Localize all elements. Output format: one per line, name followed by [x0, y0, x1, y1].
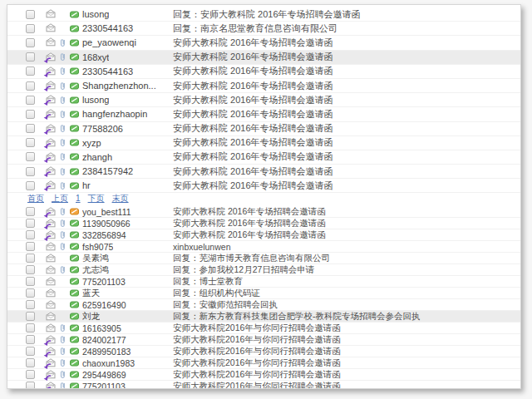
sender-name[interactable]: 2384157942	[82, 166, 133, 176]
sender-name[interactable]: 蓝天	[82, 288, 100, 299]
mail-row[interactable]: 刘龙 回复：新东方教育科技集团合肥学校-教科院专场招聘会参会回执	[7, 311, 520, 323]
mail-row[interactable]: 2330544163 安师大教科院 2016年专场招聘会邀请函	[7, 65, 520, 79]
sender-name[interactable]: 168xyt	[82, 52, 109, 62]
subject-text[interactable]: 回复：芜湖市博天教育信息咨询有限公司	[173, 253, 520, 264]
subject-text[interactable]: 安师大教科院2016年与你同行招聘会邀请函	[173, 357, 520, 369]
row-checkbox[interactable]	[26, 254, 35, 263]
subject-text[interactable]: 安师大教科院 2016年专场招聘会邀请函	[173, 229, 520, 241]
subject-text[interactable]: 安师大教科院2016年与你同行招聘会邀请函	[173, 369, 520, 381]
row-checkbox[interactable]	[26, 288, 35, 298]
sender-name[interactable]: 775201103	[82, 382, 126, 389]
subject-text[interactable]: 安师大教科院 2016年专场招聘会邀请函	[173, 37, 520, 49]
subject-text[interactable]: 回复：安师大教科院 2016年专场招聘会邀请函	[173, 8, 520, 21]
subject-text[interactable]: 安师大教科院 2016年专场招聘会邀请函	[173, 94, 520, 106]
pagination-link[interactable]: 末页	[112, 193, 129, 204]
subject-text[interactable]: 安师大教科院 2016年专场招聘会邀请函	[173, 108, 520, 121]
row-checkbox[interactable]	[26, 24, 35, 33]
row-checkbox[interactable]	[26, 110, 35, 119]
subject-text[interactable]: 安师大教科院 2016年专场招聘会邀请函	[173, 136, 520, 149]
row-checkbox[interactable]	[26, 124, 35, 133]
mail-row[interactable]: 625916490 回复：安徽师范招聘会回执	[7, 299, 520, 311]
mail-row[interactable]: lusong 回复：安师大教科院 2016年专场招聘会邀请函	[7, 7, 520, 22]
sender-name[interactable]: zhangh	[82, 152, 112, 162]
sender-name[interactable]: you_best111	[82, 207, 131, 217]
subject-text[interactable]: 安师大教科院 2016年专场招聘会邀请函	[173, 65, 520, 77]
subject-text[interactable]: 回复：南京名思堂教育信息咨询有限公司	[173, 22, 520, 35]
mail-row[interactable]: xyzp 安师大教科院 2016年专场招聘会邀请函	[7, 136, 520, 150]
row-checkbox[interactable]	[26, 335, 35, 344]
row-checkbox[interactable]	[26, 181, 35, 190]
row-checkbox[interactable]	[26, 312, 35, 321]
mail-row[interactable]: pe_yaowenqi 安师大教科院 2016年专场招聘会邀请函	[7, 36, 520, 50]
sender-name[interactable]: 尤志鸿	[82, 264, 109, 276]
row-checkbox[interactable]	[26, 265, 35, 274]
subject-text[interactable]: 回复：博士堂教育	[173, 276, 520, 288]
sender-name[interactable]: hr	[82, 180, 91, 190]
subject-text[interactable]: xinbxuelunwen	[173, 242, 520, 252]
row-checkbox[interactable]	[26, 358, 35, 367]
row-checkbox[interactable]	[26, 323, 35, 332]
subject-text[interactable]: 安师大教科院 2016年专场招聘会邀请函	[173, 80, 520, 92]
mail-row[interactable]: 蓝天 回复：组织机构代码证	[7, 288, 520, 299]
row-checkbox[interactable]	[26, 152, 35, 161]
sender-name[interactable]: 775201103	[82, 277, 126, 287]
pagination-link[interactable]: 下页	[88, 193, 105, 204]
row-checkbox[interactable]	[26, 38, 35, 47]
mail-row[interactable]: 168xyt 安师大教科院 2016年专场招聘会邀请函	[7, 51, 520, 65]
subject-text[interactable]: 安师大教科院 2016年专场招聘会邀请函	[173, 51, 520, 63]
subject-text[interactable]: 回复：参加我校12月27日招聘会申请	[173, 264, 520, 276]
pagination-link[interactable]: 1	[76, 194, 81, 203]
mail-row[interactable]: 16163905 安师大教科院2016年与你同行招聘会邀请函	[7, 323, 520, 334]
sender-name[interactable]: fsh9075	[82, 242, 113, 252]
sender-name[interactable]: 1139050966	[82, 219, 131, 229]
subject-text[interactable]: 安师大教科院 2016年专场招聘会邀请函	[173, 206, 520, 218]
pagination-link[interactable]: 首页	[27, 193, 44, 204]
sender-name[interactable]: xyzp	[82, 138, 101, 148]
mail-row[interactable]: 332856894 安师大教科院 2016年专场招聘会邀请函	[7, 229, 520, 241]
mail-row[interactable]: 尤志鸿 回复：参加我校12月27日招聘会申请	[7, 264, 520, 276]
sender-name[interactable]: chaoxun1983	[82, 358, 135, 368]
mail-row[interactable]: 吴素鸿 回复：芜湖市博天教育信息咨询有限公司	[7, 253, 520, 264]
mail-row[interactable]: zhangh 安师大教科院 2016年专场招聘会邀请函	[7, 150, 520, 165]
mail-row[interactable]: 295449869 安师大教科院2016年与你同行招聘会邀请函	[7, 369, 520, 381]
subject-text[interactable]: 安师大教科院2016年与你同行招聘会邀请函	[173, 323, 520, 334]
subject-text[interactable]: 安师大教科院 2016年专场招聘会邀请函	[173, 165, 520, 178]
row-checkbox[interactable]	[26, 277, 35, 286]
sender-name[interactable]: 2489950183	[82, 347, 131, 357]
row-checkbox[interactable]	[26, 242, 35, 251]
sender-name[interactable]: hangfenzhaopin	[82, 109, 147, 119]
subject-text[interactable]: 安师大教科院 2016年专场招聘会邀请函	[173, 180, 520, 192]
sender-name[interactable]: 295449869	[82, 370, 126, 380]
sender-name[interactable]: 77588206	[82, 124, 123, 134]
mail-row[interactable]: chaoxun1983 安师大教科院2016年与你同行招聘会邀请函	[7, 357, 520, 369]
subject-text[interactable]: 安师大教科院2016年与你同行招聘会邀请函	[173, 346, 520, 357]
row-checkbox[interactable]	[26, 10, 35, 19]
sender-name[interactable]: 332856894	[82, 230, 126, 240]
mail-row[interactable]: hr 安师大教科院 2016年专场招聘会邀请函	[7, 179, 520, 193]
row-checkbox[interactable]	[26, 96, 35, 105]
row-checkbox[interactable]	[26, 347, 35, 356]
sender-name[interactable]: lusong	[82, 95, 109, 105]
row-checkbox[interactable]	[26, 370, 35, 379]
pagination-link[interactable]: 上页	[52, 193, 68, 204]
mail-row[interactable]: lusong 安师大教科院 2016年专场招聘会邀请函	[7, 93, 520, 107]
subject-text[interactable]: 安师大教科院 2016年专场招聘会邀请函	[173, 150, 520, 163]
sender-name[interactable]: pe_yaowenqi	[82, 37, 136, 47]
row-checkbox[interactable]	[26, 66, 35, 76]
subject-text[interactable]: 安师大教科院 2016年专场招聘会邀请函	[173, 218, 520, 229]
row-checkbox[interactable]	[26, 207, 35, 216]
mail-row[interactable]: 1139050966 安师大教科院 2016年专场招聘会邀请函	[7, 218, 520, 229]
subject-text[interactable]: 安师大教科院2016年与你同行招聘会邀请函	[173, 381, 520, 389]
mail-row[interactable]: 2330544163 回复：南京名思堂教育信息咨询有限公司	[7, 22, 520, 36]
mail-row[interactable]: 824002177 安师大教科院2016年与你同行招聘会邀请函	[7, 334, 520, 346]
row-checkbox[interactable]	[26, 167, 35, 176]
row-checkbox[interactable]	[26, 382, 35, 389]
row-checkbox[interactable]	[26, 300, 35, 309]
row-checkbox[interactable]	[26, 138, 35, 147]
mail-row[interactable]: 77588206 安师大教科院 2016年专场招聘会邀请函	[7, 122, 520, 136]
sender-name[interactable]: Shangzhenzhon...	[82, 81, 156, 91]
sender-name[interactable]: 2330544163	[82, 23, 133, 33]
row-checkbox[interactable]	[26, 219, 35, 228]
mail-row[interactable]: hangfenzhaopin 安师大教科院 2016年专场招聘会邀请函	[7, 107, 520, 121]
subject-text[interactable]: 安师大教科院2016年与你同行招聘会邀请函	[173, 334, 520, 346]
